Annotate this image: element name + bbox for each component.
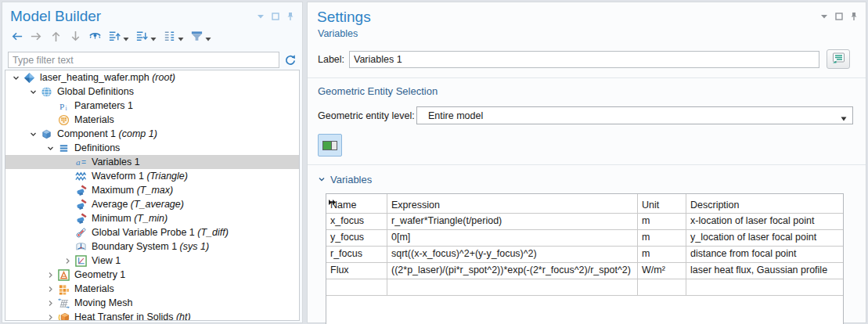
- collapse-chevron-icon[interactable]: [26, 88, 40, 95]
- cell-name[interactable]: [326, 279, 387, 295]
- cell-unit[interactable]: W/m²: [638, 263, 686, 279]
- collapse-chevron-icon[interactable]: [26, 131, 40, 138]
- cell-name[interactable]: y_focus: [326, 230, 387, 246]
- cell-expression[interactable]: sqrt((x-x_focus)^2+(y-y_focus)^2): [387, 247, 638, 262]
- collapse-section-chevron-icon[interactable]: [318, 172, 326, 186]
- tree-item-label: Minimum (T_min): [92, 213, 167, 224]
- float-icon[interactable]: [272, 13, 279, 20]
- cell-description[interactable]: laser heat flux, Gaussian profile: [686, 263, 844, 279]
- variables-table: NameExpressionUnitDescription x_focusr_w…: [326, 193, 844, 324]
- label-input[interactable]: [349, 51, 819, 68]
- tree-item-variables-1[interactable]: a=Variables 1: [5, 155, 299, 169]
- geometric-entity-level-select[interactable]: Entire model: [416, 106, 853, 124]
- cell-expression[interactable]: 0[m]: [387, 230, 638, 246]
- cell-expression[interactable]: r_wafer*Triangle(t/period): [387, 214, 638, 229]
- cell-expression[interactable]: [387, 279, 638, 295]
- cell-expression[interactable]: ((2*p_laser)/(pi*r_spot^2))*exp(-(2*r_fo…: [387, 263, 638, 279]
- pin-icon[interactable]: [850, 12, 858, 21]
- settings-window-controls: [820, 12, 858, 21]
- cell-description[interactable]: distance from focal point: [686, 247, 844, 262]
- variables-section-header[interactable]: Variables: [318, 172, 856, 186]
- column-header-expression[interactable]: Expression: [387, 194, 638, 213]
- model-tree-node-text-button[interactable]: [161, 29, 185, 47]
- geometric-entity-selection-section: Geometric Entity Selection Geometric ent…: [308, 78, 866, 164]
- cell-unit[interactable]: m: [638, 214, 686, 229]
- view-icon: [74, 254, 88, 267]
- move-up-button[interactable]: [48, 29, 64, 47]
- cell-name[interactable]: r_focus: [326, 247, 387, 262]
- go-back-button[interactable]: [9, 29, 25, 47]
- cell-unit[interactable]: m: [638, 230, 686, 246]
- settings-subtitle: Variables: [318, 28, 866, 39]
- tree-item-average[interactable]: Average (T_average): [5, 197, 299, 211]
- cell-description[interactable]: y_location of laser focal point: [686, 230, 844, 246]
- tree-item-global-variable-probe-1[interactable]: Global Variable Probe 1 (T_diff): [5, 225, 299, 239]
- expand-chevron-icon[interactable]: [60, 257, 74, 265]
- variables-icon: a=: [74, 156, 88, 168]
- tree-item-materials-global[interactable]: Materials: [5, 113, 299, 127]
- tree-item-parameters-1[interactable]: PiParameters 1: [5, 99, 299, 113]
- tree-item-heat-transfer-in-solids[interactable]: Heat Transfer in Solids (ht): [5, 310, 299, 321]
- parameters-icon: Pi: [57, 99, 70, 112]
- expand-chevron-icon[interactable]: [43, 286, 57, 293]
- tree-item-maximum[interactable]: Maximum (T_max): [5, 183, 299, 197]
- row-marker-icon: [329, 196, 337, 207]
- cell-description[interactable]: [686, 279, 844, 295]
- tree-item-geometry-1[interactable]: Geometry 1: [5, 268, 299, 282]
- tree-item-definitions[interactable]: Definitions: [5, 141, 299, 155]
- cell-unit[interactable]: [638, 279, 686, 295]
- tree-item-view-1[interactable]: View 1: [5, 254, 299, 268]
- cell-name[interactable]: Flux: [326, 263, 387, 279]
- tree-item-label: Waveform 1 (Triangle): [92, 171, 188, 182]
- dropdown-caret-icon[interactable]: [123, 31, 129, 45]
- variable-row: [326, 279, 843, 296]
- expand-all-icon: [108, 30, 121, 46]
- tree-item-label: Variables 1: [92, 157, 140, 167]
- tree-item-label: laser_heating_wafer.mph (root): [40, 72, 175, 83]
- tree-item-label: Materials: [74, 114, 114, 125]
- collapse-chevron-icon[interactable]: [43, 145, 57, 152]
- materials-group-icon: [57, 113, 70, 126]
- expand-all-button[interactable]: [106, 29, 131, 47]
- dropdown-caret-icon[interactable]: [150, 31, 157, 45]
- refresh-icon[interactable]: [284, 54, 297, 67]
- variables-table-empty-area: [326, 296, 843, 324]
- dropdown-caret-icon[interactable]: [178, 31, 184, 45]
- geometric-entity-level-value: Entire model: [428, 110, 483, 121]
- collapse-chevron-icon[interactable]: [9, 74, 23, 81]
- cell-unit[interactable]: m: [638, 247, 686, 262]
- tree-item-minimum[interactable]: Minimum (T_min): [5, 211, 299, 225]
- column-header-description[interactable]: Description: [686, 194, 844, 213]
- tree-item-global-definitions[interactable]: Global Definitions: [5, 85, 299, 99]
- tree-item-waveform-1[interactable]: Waveform 1 (Triangle): [5, 169, 299, 183]
- tree-item-component-1[interactable]: Component 1 (comp 1): [5, 127, 299, 141]
- filter-input[interactable]: [8, 52, 279, 68]
- dropdown-caret-icon[interactable]: [205, 31, 211, 45]
- tree-item-boundary-system-1[interactable]: Boundary System 1 (sys 1): [5, 239, 299, 254]
- tree-item-moving-mesh[interactable]: Moving Mesh: [5, 296, 299, 310]
- float-icon[interactable]: [835, 13, 843, 20]
- move-down-button[interactable]: [67, 29, 84, 47]
- model-builder-toolbar: [2, 25, 302, 50]
- collapse-all-button[interactable]: [134, 29, 158, 47]
- tree-item-materials-component[interactable]: Materials: [5, 282, 299, 296]
- cell-description[interactable]: x-location of laser focal point: [686, 214, 844, 229]
- tree-item-label: Materials: [74, 283, 114, 294]
- expand-chevron-icon[interactable]: [43, 314, 57, 321]
- show-button[interactable]: [87, 29, 103, 47]
- pin-icon[interactable]: [286, 12, 294, 21]
- column-header-name[interactable]: Name: [326, 194, 387, 213]
- panel-menu-icon[interactable]: [820, 13, 828, 20]
- go-forward-button[interactable]: [28, 29, 45, 47]
- cell-name[interactable]: x_focus: [326, 214, 387, 229]
- tree-item-label: View 1: [92, 255, 121, 266]
- filter-button[interactable]: [189, 29, 213, 47]
- column-header-unit[interactable]: Unit: [638, 194, 686, 213]
- show-label-options-button[interactable]: [827, 49, 850, 69]
- tree-item-root[interactable]: laser_heating_wafer.mph (root): [5, 70, 299, 85]
- expand-chevron-icon[interactable]: [43, 272, 57, 279]
- panel-menu-icon[interactable]: [257, 13, 265, 20]
- active-selection-toggle-button[interactable]: [318, 134, 342, 157]
- expand-chevron-icon[interactable]: [43, 300, 57, 307]
- tree-item-label: Geometry 1: [74, 269, 125, 280]
